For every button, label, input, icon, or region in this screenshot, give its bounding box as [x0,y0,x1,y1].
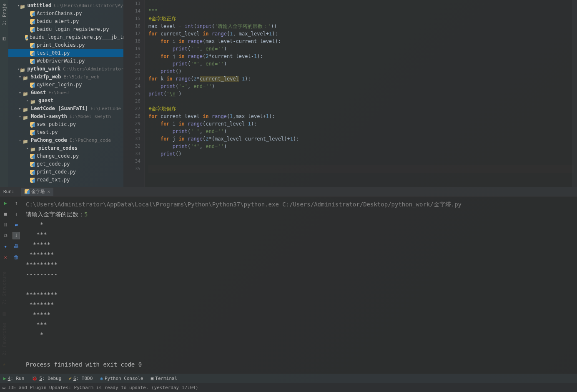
code-line[interactable]: for current_level in range(1, max_level+… [148,30,574,38]
tree-file[interactable]: baidu_login_registere.py [8,25,123,33]
run-tab[interactable]: 金字塔 × [21,188,54,196]
tree-file[interactable]: qyUser_login.py [8,81,123,89]
tree-file[interactable]: test_001.py [8,49,123,57]
tree-item-label: 51dzfp_web [31,73,61,81]
tree-file[interactable]: WebDriverWait.py [8,57,123,65]
tree-file[interactable]: test.py [8,128,123,136]
folder-icon [23,90,29,96]
python-file-icon [30,27,35,32]
code-line[interactable]: for j in range(2*(max_level-current_leve… [148,135,574,143]
tree-file[interactable]: read_txt.py [8,176,123,184]
code-line[interactable]: #金字塔正序 [148,15,574,23]
code-line[interactable]: print(' ', end='') [148,45,574,53]
attach-icon[interactable]: ⧉ [2,232,9,239]
left-tool-strip: 1: Proje ◧ [0,0,8,187]
tree-arrow-icon[interactable]: ▾ [18,113,23,121]
close-run-icon[interactable]: ✕ [2,254,9,261]
code-line[interactable]: for current_level in range(1,max_level+1… [148,113,574,120]
code-line[interactable]: """ [148,8,574,15]
tree-arrow-icon[interactable]: ▾ [18,136,23,144]
python-file-icon [30,51,35,56]
rerun-icon[interactable]: ▶ [2,199,9,207]
python-file-icon [30,122,35,127]
project-tool-label[interactable]: 1: Proje [2,2,7,27]
tree-folder[interactable]: ▾untitledC:\Users\Administrator\PycharmP [8,2,123,10]
run-console[interactable]: C:\Users\Administrator\AppData\Local\Pro… [22,197,577,374]
tab-python-console[interactable]: ◉Python Console [100,376,143,381]
tab-todo[interactable]: ✔6: TODO [69,376,93,381]
tree-folder[interactable]: ▾Model-swsythE:\Model-swsyth [8,113,123,121]
close-icon[interactable]: × [48,189,50,194]
tree-file[interactable]: sws_public.py [8,121,123,128]
tree-arrow-icon[interactable]: ▾ [18,73,23,81]
bookmark-icon[interactable]: ◧ [3,35,5,41]
print-icon[interactable]: 🖶 [13,243,20,250]
tree-item-label: Model-swsyth [31,113,67,121]
project-tree[interactable]: ▾untitledC:\Users\Administrator\PycharmP… [8,0,123,187]
tree-item-label: LeetCode [SuanFaTi] [31,105,88,113]
code-line[interactable]: #金字塔倒序 [148,105,574,113]
code-line[interactable]: max_level = int(input('请输入金字塔的层数：')) [148,23,574,30]
folder-icon [23,138,29,143]
python-file-icon [30,170,35,175]
code-line[interactable]: print(' ', end='') [148,128,574,135]
python-file-icon [30,11,35,16]
editor-code[interactable]: """#金字塔正序max_level = int(input('请输入金字塔的层… [145,0,577,187]
tree-arrow-icon[interactable]: ▾ [18,89,23,97]
run-header: Run: 金字塔 × [0,187,577,197]
editor-scrollbar[interactable] [572,0,577,187]
tab-debug[interactable]: 🐞5: Debug [32,376,61,381]
tree-file[interactable]: baidu_alert.py [8,18,123,25]
code-line[interactable]: print('*', end='') [148,60,574,68]
code-line[interactable] [148,165,574,173]
tree-folder[interactable]: ▸picture_codes [8,144,123,152]
tree-item-label: baidu_alert.py [37,18,79,25]
tree-arrow-icon[interactable]: ▸ [18,105,23,113]
tree-folder[interactable]: ▾51dzfp_webE:\51dzfp_web [8,73,123,81]
tree-item-label: qyUser_login.py [37,81,82,89]
tree-file[interactable]: print_Cookies.py [8,41,123,49]
tree-item-label: sws_public.py [37,121,76,128]
python-file-icon [30,154,35,159]
code-line[interactable] [148,98,574,105]
wrap-icon[interactable]: ⇌ [13,221,20,229]
code-line[interactable]: print('*', end='') [148,143,574,150]
tab-run[interactable]: ▶4: Run [3,376,24,381]
tab-terminal[interactable]: ▣Terminal [151,376,178,381]
tree-item-path: C:\Users\Administrator\Desk [63,65,123,73]
up-icon[interactable]: ↑ [13,199,20,207]
tree-item-label: baidu_login_registere.py [37,25,109,33]
scroll-icon[interactable]: ⤓ [13,232,20,239]
code-line[interactable] [148,158,574,165]
tree-file[interactable]: Change_code.py [8,152,123,160]
code-line[interactable] [148,0,574,8]
tree-file[interactable]: baidu_login_registere.py___jb_tmp___ [8,33,123,41]
code-line[interactable]: for i in range(max_level-current_level): [148,38,574,45]
code-line[interactable]: print('\n') [148,90,574,98]
tree-arrow-icon[interactable]: ▸ [25,97,30,105]
tree-folder[interactable]: ▾PaChong_codeE:\PaChong_code [8,136,123,144]
tree-arrow-icon[interactable]: ▸ [25,144,30,152]
tree-file[interactable]: ActionChains.py [8,10,123,18]
trash-icon[interactable]: 🗑 [13,254,20,261]
down-icon[interactable]: ↓ [13,210,20,218]
tree-folder[interactable]: ▸LeetCode [SuanFaTi]E:\LeetCode [8,105,123,113]
code-line[interactable]: for j in range(2*current_level-1): [148,53,574,60]
tree-item-label: print_code.py [37,168,76,176]
tree-file[interactable]: get_code.py [8,160,123,168]
stop-icon[interactable]: ■ [2,210,9,218]
code-line[interactable]: for i in range(current_level-1): [148,120,574,128]
tree-item-label: picture_codes [38,144,78,152]
code-line[interactable]: for k in range(2*current_level-1): [148,75,574,83]
pause-icon[interactable]: ⏸ [2,221,9,229]
tree-folder[interactable]: ▸python_workC:\Users\Administrator\Desk [8,65,123,73]
code-line[interactable]: print('-', end='') [148,83,574,90]
code-line[interactable]: print() [148,150,574,158]
code-line[interactable]: print() [148,68,574,75]
tree-folder[interactable]: ▸guest [8,97,123,105]
magic-icon[interactable]: ✦ [2,243,9,250]
tree-item-path: E:\Guest [48,89,70,97]
tree-file[interactable]: print_code.py [8,168,123,176]
code-editor[interactable]: 1314151617181920212223242526272829303132… [123,0,577,187]
tree-folder[interactable]: ▾GuestE:\Guest [8,89,123,97]
